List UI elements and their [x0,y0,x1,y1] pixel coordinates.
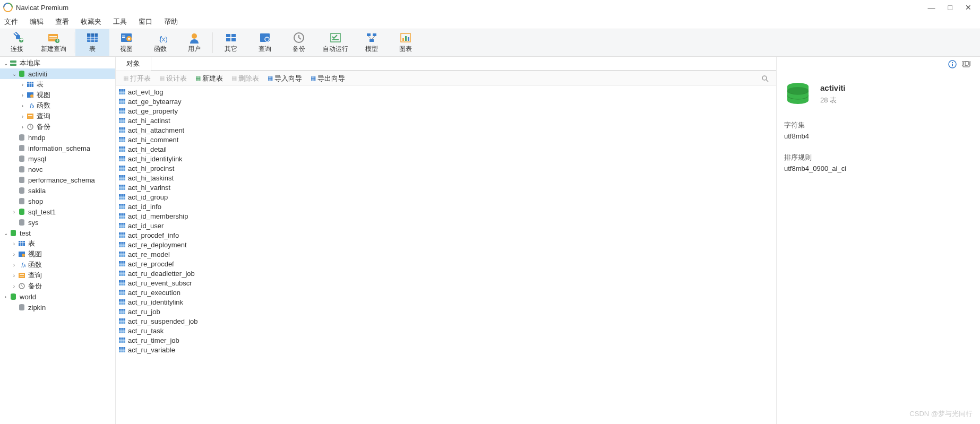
expand-icon[interactable]: › [11,252,18,257]
tree-函数[interactable]: ›fx函数 [0,100,115,111]
toolbar-new-query[interactable]: +新建查询 [34,29,73,56]
expand-icon[interactable]: ⌄ [11,71,18,77]
table-row[interactable]: act_hi_actinst [118,116,774,125]
toolbar-connect[interactable]: +连接 [0,29,34,56]
toolbar-backup[interactable]: 备份 [282,29,316,56]
menu-6[interactable]: 帮助 [164,17,178,27]
objbar-import[interactable]: ▦导入向导 [264,73,305,84]
table-row[interactable]: act_procdef_info [118,230,774,240]
table-row[interactable]: act_id_membership [118,211,774,221]
table-row[interactable]: act_id_group [118,192,774,202]
table-row[interactable]: act_id_user [118,221,774,230]
tree-备份[interactable]: ›备份 [0,281,115,291]
tab-objects[interactable]: 对象 [116,57,151,71]
expand-icon[interactable]: ⌄ [2,60,9,66]
toolbar-chart[interactable]: 图表 [389,29,423,56]
tree-查询[interactable]: ›查询 [0,111,115,122]
menu-1[interactable]: 编辑 [30,17,44,27]
tree-mysql[interactable]: mysql [0,153,115,164]
toolbar-table[interactable]: 表 [75,29,109,56]
search-icon[interactable] [761,75,772,82]
expand-icon[interactable]: › [11,273,18,279]
table-row[interactable]: act_ru_task [118,326,774,335]
tree-shop[interactable]: shop [0,196,115,206]
close-button[interactable]: ✕ [965,3,972,12]
menu-3[interactable]: 收藏夹 [81,17,101,27]
toolbar-model[interactable]: 模型 [355,29,389,56]
toolbar-function[interactable]: f(x)函数 [143,29,177,56]
table-row[interactable]: act_ru_execution [118,288,774,297]
expand-icon[interactable]: › [11,283,18,289]
menu-5[interactable]: 窗口 [139,17,152,27]
tree-视图[interactable]: ›视图 [0,249,115,259]
toolbar-user[interactable]: 用户 [177,29,211,56]
table-row[interactable]: act_ru_event_subscr [118,278,774,288]
connection-tree[interactable]: ⌄本地库⌄activiti›表›视图›fx函数›查询›备份hmdpinforma… [0,57,116,424]
table-row[interactable]: act_ru_variable [118,345,774,354]
expand-icon[interactable]: › [11,241,18,247]
expand-icon[interactable]: › [2,294,9,300]
table-row[interactable]: act_ru_suspended_job [118,316,774,326]
tree-world[interactable]: ›world [0,291,115,302]
expand-icon[interactable]: › [19,114,26,119]
table-row[interactable]: act_re_deployment [118,240,774,249]
table-row[interactable]: act_hi_procinst [118,163,774,173]
objbar-export[interactable]: ▦导出向导 [307,73,348,84]
expand-icon[interactable]: › [19,124,26,130]
minimize-button[interactable]: — [928,3,935,12]
tree-查询[interactable]: ›查询 [0,270,115,281]
tree-label: 本地库 [20,58,40,68]
tree-表[interactable]: ›表 [0,79,115,90]
watermark: CSDN @梦与光同行 [909,409,973,419]
ddl-icon[interactable]: DDL [962,60,970,68]
tree-函数[interactable]: ›fx函数 [0,259,115,270]
menu-2[interactable]: 查看 [55,17,69,27]
table-row[interactable]: act_hi_detail [118,144,774,154]
objbar-new-table[interactable]: ▦新建表 [192,73,226,84]
table-row[interactable]: act_hi_varinst [118,183,774,192]
maximize-button[interactable]: □ [948,3,952,12]
toolbar-query[interactable]: 查询 [248,29,282,56]
toolbar-view[interactable]: 视图 [109,29,143,56]
expand-icon[interactable]: › [19,92,26,98]
table-row[interactable]: act_ge_property [118,106,774,116]
tree-hmdp[interactable]: hmdp [0,132,115,143]
tree-performance_schema[interactable]: performance_schema [0,175,115,185]
expand-icon[interactable]: ⌄ [2,230,9,236]
table-row[interactable]: act_ru_job [118,307,774,316]
expand-icon[interactable]: › [11,209,18,215]
tree-表[interactable]: ›表 [0,238,115,249]
table-row[interactable]: act_ge_bytearray [118,97,774,106]
expand-icon[interactable]: › [19,82,26,88]
expand-icon[interactable]: › [11,262,18,268]
tree-zipkin[interactable]: zipkin [0,302,115,313]
tree-novc[interactable]: novc [0,164,115,175]
tree-视图[interactable]: ›视图 [0,90,115,100]
toolbar-other[interactable]: 其它 [214,29,248,56]
expand-icon[interactable]: › [19,103,26,109]
info-icon[interactable] [948,60,957,68]
menu-4[interactable]: 工具 [113,17,127,27]
tree-备份[interactable]: ›备份 [0,122,115,132]
tree-sakila[interactable]: sakila [0,185,115,196]
table-row[interactable]: act_ru_timer_job [118,335,774,345]
table-row[interactable]: act_hi_comment [118,135,774,144]
tree-test[interactable]: ⌄test [0,228,115,238]
tree-本地库[interactable]: ⌄本地库 [0,58,115,68]
tree-activiti[interactable]: ⌄activiti [0,68,115,79]
tree-information_schema[interactable]: information_schema [0,143,115,153]
table-row[interactable]: act_ru_identitylink [118,297,774,307]
table-row[interactable]: act_hi_identitylink [118,154,774,163]
table-list[interactable]: act_evt_logact_ge_bytearrayact_ge_proper… [116,86,776,424]
table-row[interactable]: act_hi_taskinst [118,173,774,183]
table-row[interactable]: act_evt_log [118,87,774,97]
table-row[interactable]: act_ru_deadletter_job [118,269,774,278]
table-row[interactable]: act_re_procdef [118,259,774,269]
table-row[interactable]: act_id_info [118,202,774,211]
tree-sql_test1[interactable]: ›sql_test1 [0,206,115,217]
table-row[interactable]: act_re_model [118,249,774,259]
tree-sys[interactable]: sys [0,217,115,228]
toolbar-auto[interactable]: 自动运行 [316,29,355,56]
table-row[interactable]: act_hi_attachment [118,125,774,135]
menu-0[interactable]: 文件 [4,17,18,27]
